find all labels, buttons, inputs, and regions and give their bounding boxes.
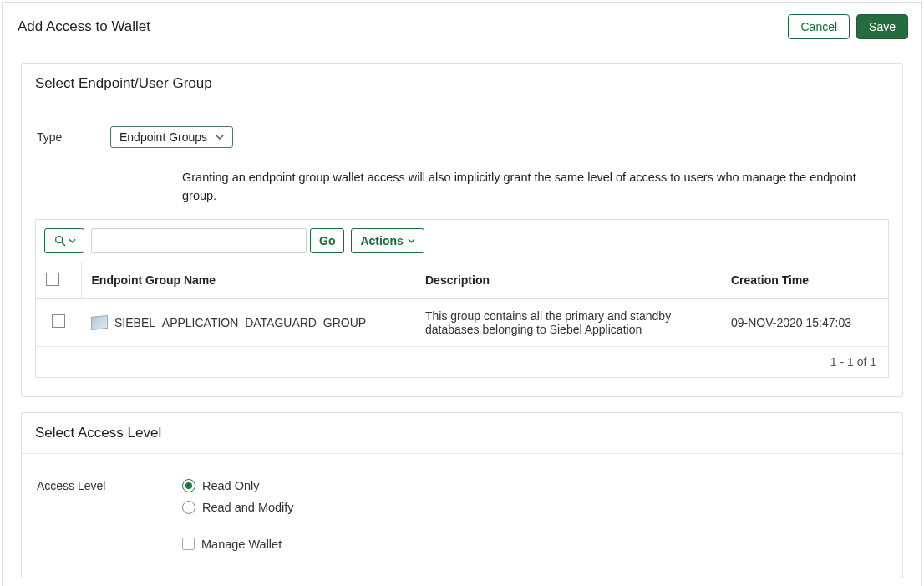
report-region: Go Actions Endpoint Group Name Desc: [35, 219, 889, 378]
panel2-body: Access Level Read Only Read and Modify M…: [22, 454, 902, 578]
radio-icon-selected: [182, 479, 195, 492]
actions-button[interactable]: Actions: [351, 228, 424, 253]
read-modify-label: Read and Modify: [202, 501, 294, 514]
type-label: Type: [35, 130, 110, 144]
row-name-cell: SIEBEL_APPLICATION_DATAGUARD_GROUP: [81, 298, 415, 346]
checkbox-manage-wallet[interactable]: Manage Wallet: [182, 538, 294, 551]
row-select-checkbox[interactable]: [52, 314, 65, 328]
chevron-down-icon: [408, 237, 415, 244]
cancel-button[interactable]: Cancel: [788, 14, 850, 39]
row-select-cell: [36, 298, 81, 346]
panel2-header: Select Access Level: [22, 413, 902, 454]
access-level-label: Access Level: [35, 479, 182, 492]
manage-wallet-label: Manage Wallet: [201, 538, 282, 551]
panel-access-level: Select Access Level Access Level Read On…: [21, 412, 903, 578]
svg-line-1: [62, 242, 65, 246]
row-name: SIEBEL_APPLICATION_DATAGUARD_GROUP: [114, 316, 366, 329]
info-text: Granting an endpoint group wallet access…: [35, 161, 889, 214]
search-menu-button[interactable]: [44, 228, 84, 253]
results-table: Endpoint Group Name Description Creation…: [36, 262, 888, 347]
chevron-down-icon: [69, 237, 76, 244]
header-buttons: Cancel Save: [788, 14, 908, 39]
column-description[interactable]: Description: [415, 262, 721, 299]
svg-point-0: [55, 237, 62, 243]
radio-read-only[interactable]: Read Only: [182, 479, 294, 492]
row-description: This group contains all the primary and …: [415, 298, 721, 346]
panel-select-group: Select Endpoint/User Group Type Endpoint…: [21, 63, 903, 397]
select-all-checkbox[interactable]: [46, 273, 59, 286]
type-row: Type Endpoint Groups: [35, 118, 889, 161]
search-input[interactable]: [91, 228, 307, 253]
search-toolbar: Go Actions: [36, 220, 888, 262]
table-header-row: Endpoint Group Name Description Creation…: [36, 262, 888, 299]
chevron-down-icon: [216, 133, 224, 141]
access-options: Read Only Read and Modify Manage Wallet: [182, 479, 294, 559]
read-only-label: Read Only: [202, 479, 260, 492]
type-select[interactable]: Endpoint Groups: [110, 126, 233, 148]
endpoint-group-icon: [91, 315, 108, 330]
radio-read-modify[interactable]: Read and Modify: [182, 501, 294, 514]
column-creation-time[interactable]: Creation Time: [721, 262, 888, 299]
actions-label: Actions: [360, 234, 403, 247]
page-title: Add Access to Wallet: [18, 18, 150, 35]
go-button[interactable]: Go: [310, 228, 344, 253]
search-icon: [53, 234, 67, 247]
panel1-header: Select Endpoint/User Group: [22, 64, 902, 104]
panel1-body: Type Endpoint Groups Granting an endpoin…: [22, 104, 902, 396]
panel1-title: Select Endpoint/User Group: [35, 75, 889, 92]
column-name[interactable]: Endpoint Group Name: [81, 262, 415, 299]
page-container: Add Access to Wallet Cancel Save Select …: [2, 2, 922, 586]
checkbox-icon: [182, 538, 195, 550]
access-level-row: Access Level Read Only Read and Modify M…: [35, 467, 889, 559]
radio-icon: [182, 501, 195, 514]
pagination-text: 1 - 1 of 1: [36, 347, 888, 377]
row-creation-time: 09-NOV-2020 15:47:03: [721, 298, 888, 346]
table-row: SIEBEL_APPLICATION_DATAGUARD_GROUP This …: [36, 298, 888, 346]
type-select-value: Endpoint Groups: [119, 130, 207, 144]
panel2-title: Select Access Level: [35, 425, 889, 441]
save-button[interactable]: Save: [856, 14, 908, 39]
page-header: Add Access to Wallet Cancel Save: [3, 3, 921, 53]
select-all-header: [36, 262, 81, 299]
